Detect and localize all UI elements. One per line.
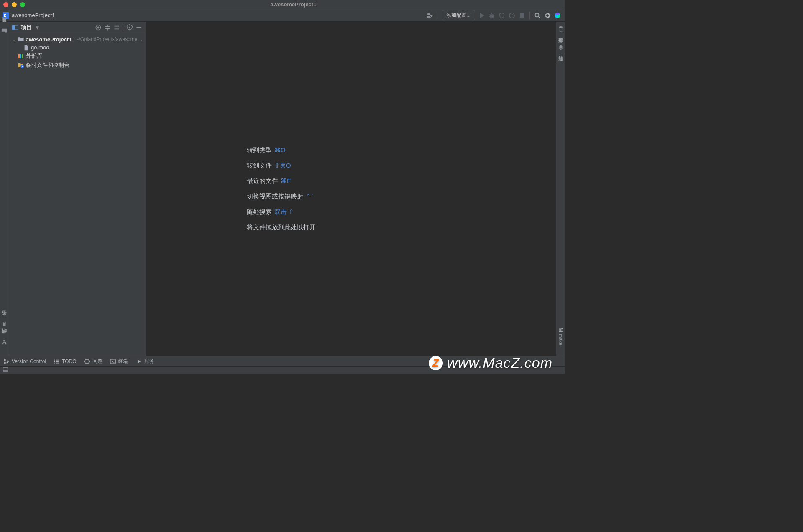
svg-rect-16 xyxy=(22,54,23,58)
hint-label: 将文件拖放到此处以打开 xyxy=(247,224,316,231)
search-icon[interactable] xyxy=(533,11,542,20)
svg-point-18 xyxy=(559,26,563,28)
watermark-text: www.MacZ.com xyxy=(447,355,552,371)
sidebar-title: 项目 xyxy=(21,24,32,31)
tab-label: 服务 xyxy=(144,358,154,365)
tab-problems[interactable]: 问题 xyxy=(84,358,102,365)
left-gutter: 项目 书签 结构 xyxy=(0,22,9,356)
close-icon[interactable] xyxy=(3,2,8,7)
sidebar-settings-gear-icon[interactable] xyxy=(126,24,133,31)
minimize-icon[interactable] xyxy=(12,2,17,7)
tab-label: 终端 xyxy=(118,358,128,365)
goland-logo-icon[interactable] xyxy=(553,11,562,20)
svg-point-19 xyxy=(4,359,6,361)
tab-database[interactable]: 数据库 xyxy=(557,23,564,36)
hint-shortcut: ⌘E xyxy=(281,177,291,184)
view-mode-dropdown-icon[interactable]: ▾ xyxy=(36,24,39,31)
tab-project[interactable]: 项目 xyxy=(1,23,8,36)
svg-rect-8 xyxy=(4,340,5,342)
toolwindow-project-icon xyxy=(12,24,18,31)
select-opened-file-icon[interactable] xyxy=(95,24,102,31)
problems-icon xyxy=(84,359,90,364)
breadcrumb[interactable]: awesomeProject1 xyxy=(3,12,55,19)
window-controls xyxy=(3,2,25,7)
tree-scratches[interactable]: 临时文件和控制台 xyxy=(9,61,146,70)
tab-label: TODO xyxy=(62,359,76,364)
tree-file-go-mod[interactable]: go.mod xyxy=(9,43,146,51)
titlebar: awesomeProject1 xyxy=(0,0,565,9)
run-icon[interactable] xyxy=(478,11,486,20)
project-tree[interactable]: ⌄ awesomeProject1 ~/GolandProjects/aweso… xyxy=(9,33,146,71)
watermark-badge: Z xyxy=(429,356,443,370)
profiler-icon[interactable] xyxy=(508,11,516,20)
hint-shortcut: ⇧⌘O xyxy=(274,162,291,169)
user-add-icon[interactable] xyxy=(425,11,434,20)
add-configuration-button[interactable]: 添加配置... xyxy=(442,10,475,20)
hint-label: 切换视图或按键映射 xyxy=(247,193,303,200)
tab-label: 问题 xyxy=(92,358,102,365)
tree-file-label: go.mod xyxy=(31,44,49,51)
tab-services[interactable]: 服务 xyxy=(136,358,154,365)
editor-empty-state: 转到类型⌘O 转到文件⇧⌘O 最近的文件⌘E 切换视图或按键映射⌃` 随处搜索双… xyxy=(146,22,556,356)
main-area: 项目 书签 结构 项目 ▾ xyxy=(0,22,565,356)
tab-todo[interactable]: TODO xyxy=(54,359,76,364)
tree-external-libs-label: 外部库 xyxy=(26,52,42,60)
tab-version-control[interactable]: Version Control xyxy=(3,359,46,364)
hint-drop-files: 将文件拖放到此处以打开 xyxy=(247,224,316,232)
tab-structure[interactable]: 结构 xyxy=(1,335,8,348)
hint-shortcut: 双击 ⇧ xyxy=(274,208,294,215)
folder-icon xyxy=(2,28,8,33)
tab-notifications[interactable]: 通知 xyxy=(557,42,564,54)
make-icon: M xyxy=(557,328,564,332)
svg-rect-10 xyxy=(12,25,15,30)
svg-rect-7 xyxy=(2,343,4,345)
svg-rect-4 xyxy=(520,13,524,18)
right-gutter: 数据库 通知 M make xyxy=(556,22,565,356)
sidebar-header: 项目 ▾ xyxy=(9,22,146,33)
file-icon xyxy=(23,45,29,51)
hint-label: 转到文件 xyxy=(247,162,272,169)
stop-icon[interactable] xyxy=(518,11,526,20)
database-icon xyxy=(558,26,564,32)
tab-make-label: make xyxy=(558,334,563,345)
hide-panel-icon[interactable] xyxy=(135,24,143,31)
svg-rect-0 xyxy=(3,12,9,19)
maximize-icon[interactable] xyxy=(20,2,25,7)
expand-all-icon[interactable] xyxy=(104,24,111,31)
tree-root[interactable]: ⌄ awesomeProject1 ~/GolandProjects/aweso… xyxy=(9,35,146,43)
tree-root-name: awesomeProject1 xyxy=(26,36,72,43)
tab-terminal[interactable]: 终端 xyxy=(110,358,128,365)
window-title: awesomeProject1 xyxy=(25,1,562,8)
watermark: Z www.MacZ.com xyxy=(429,355,552,371)
folder-icon xyxy=(18,36,24,43)
hint-label: 最近的文件 xyxy=(247,177,278,184)
settings-gear-icon[interactable] xyxy=(543,11,552,20)
goland-project-icon xyxy=(3,12,9,19)
scratch-icon xyxy=(18,62,24,69)
structure-icon xyxy=(2,339,8,345)
svg-point-1 xyxy=(427,13,430,15)
tree-scratches-label: 临时文件和控制台 xyxy=(26,61,69,69)
debug-icon[interactable] xyxy=(488,11,496,20)
tab-label: Version Control xyxy=(12,359,46,364)
breadcrumb-project: awesomeProject1 xyxy=(12,12,55,18)
collapse-all-icon[interactable] xyxy=(113,24,120,31)
svg-rect-14 xyxy=(18,54,20,58)
hint-label: 转到类型 xyxy=(247,146,272,153)
hint-shortcut: ⌘O xyxy=(274,146,286,153)
svg-rect-15 xyxy=(20,54,21,58)
vcs-icon xyxy=(3,359,9,364)
hint-recent-files: 最近的文件⌘E xyxy=(247,177,316,185)
coverage-icon[interactable] xyxy=(498,11,506,20)
chevron-down-icon[interactable]: ⌄ xyxy=(12,36,16,43)
svg-point-12 xyxy=(97,27,99,28)
hint-label: 随处搜索 xyxy=(247,208,272,215)
tree-external-libs[interactable]: 外部库 xyxy=(9,51,146,61)
hint-goto-type: 转到类型⌘O xyxy=(247,146,316,154)
tab-bookmarks[interactable]: 书签 xyxy=(1,317,8,329)
tab-make[interactable]: M make xyxy=(557,325,564,348)
toolwindows-toggle-icon[interactable] xyxy=(3,367,8,374)
bookmark-icon xyxy=(2,321,8,327)
hint-shortcut: ⌃` xyxy=(306,193,313,200)
svg-point-20 xyxy=(4,362,6,364)
